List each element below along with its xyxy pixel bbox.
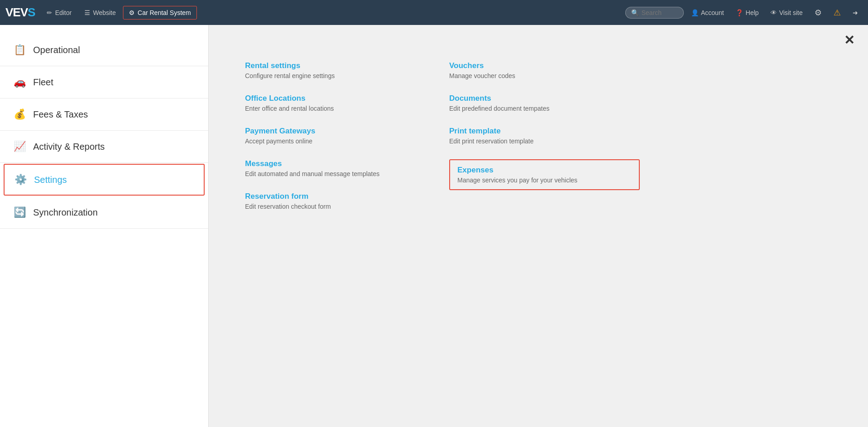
search-input[interactable] bbox=[642, 9, 678, 16]
logo: VEVS bbox=[5, 5, 35, 20]
fees-taxes-label: Fees & Taxes bbox=[33, 109, 88, 120]
reservation-form-desc: Edit reservation checkout form bbox=[245, 203, 436, 210]
settings-icon: ⚙️ bbox=[15, 174, 27, 186]
left-column: Rental settings Configure rental engine … bbox=[245, 52, 449, 234]
menu-item-office-locations[interactable]: Office Locations Enter office and rental… bbox=[245, 94, 436, 112]
signout-button[interactable]: ➜ bbox=[848, 6, 863, 19]
help-icon: ❓ bbox=[736, 9, 743, 16]
nav-right-section: 🔍 👤 Account ❓ Help 👁 Visit site ⚙ ⚠ ➜ bbox=[625, 5, 863, 20]
eye-icon: 👁 bbox=[770, 9, 777, 16]
account-button[interactable]: 👤 Account bbox=[687, 6, 729, 19]
account-label: Account bbox=[701, 9, 724, 16]
menu-item-messages[interactable]: Messages Edit automated and manual messa… bbox=[245, 159, 436, 177]
documents-title[interactable]: Documents bbox=[449, 94, 640, 103]
sidebar: 📋 Operational 🚗 Fleet 💰 Fees & Taxes 📈 A… bbox=[0, 25, 209, 427]
visit-site-label: Visit site bbox=[779, 9, 803, 16]
sidebar-item-synchronization[interactable]: 🔄 Synchronization bbox=[0, 196, 208, 229]
signout-icon: ➜ bbox=[853, 9, 858, 16]
fleet-icon: 🚗 bbox=[14, 76, 26, 88]
website-nav-button[interactable]: ☰ Website bbox=[79, 6, 121, 19]
search-icon: 🔍 bbox=[631, 9, 639, 16]
close-button[interactable]: ✕ bbox=[844, 34, 854, 47]
vouchers-desc: Manage voucher codes bbox=[449, 72, 640, 79]
content-area: ✕ Rental settings Configure rental engin… bbox=[209, 25, 868, 427]
gear-settings-icon: ⚙ bbox=[814, 8, 822, 18]
payment-gateways-title[interactable]: Payment Gateways bbox=[245, 127, 436, 136]
menu-item-payment-gateways[interactable]: Payment Gateways Accept payments online bbox=[245, 127, 436, 145]
editor-nav-button[interactable]: ✏ Editor bbox=[41, 6, 77, 19]
settings-label: Settings bbox=[34, 175, 67, 185]
sidebar-item-fleet[interactable]: 🚗 Fleet bbox=[0, 66, 208, 98]
menu-item-rental-settings[interactable]: Rental settings Configure rental engine … bbox=[245, 61, 436, 79]
sidebar-item-settings[interactable]: ⚙️ Settings bbox=[4, 164, 205, 196]
menu-item-reservation-form[interactable]: Reservation form Edit reservation checko… bbox=[245, 192, 436, 210]
documents-desc: Edit predefined document tempates bbox=[449, 105, 640, 112]
search-box[interactable]: 🔍 bbox=[625, 7, 684, 19]
pencil-icon: ✏ bbox=[47, 9, 52, 16]
main-layout: 📋 Operational 🚗 Fleet 💰 Fees & Taxes 📈 A… bbox=[0, 25, 868, 427]
sidebar-item-operational[interactable]: 📋 Operational bbox=[0, 34, 208, 66]
right-column: Vouchers Manage voucher codes Documents … bbox=[449, 52, 653, 234]
car-rental-label: Car Rental System bbox=[137, 9, 191, 16]
messages-desc: Edit automated and manual message templa… bbox=[245, 170, 436, 177]
menu-item-print-template[interactable]: Print template Edit print reservation te… bbox=[449, 127, 640, 145]
rental-settings-title[interactable]: Rental settings bbox=[245, 61, 436, 70]
visit-site-button[interactable]: 👁 Visit site bbox=[766, 6, 807, 19]
gear-icon: ⚙ bbox=[129, 9, 135, 16]
settings-icon-button[interactable]: ⚙ bbox=[810, 5, 826, 20]
expenses-title[interactable]: Expenses bbox=[457, 166, 632, 175]
rental-settings-desc: Configure rental engine settings bbox=[245, 72, 436, 79]
menu-grid: Rental settings Configure rental engine … bbox=[245, 52, 653, 234]
sidebar-item-activity-reports[interactable]: 📈 Activity & Reports bbox=[0, 131, 208, 163]
payment-gateways-desc: Accept payments online bbox=[245, 137, 436, 145]
messages-title[interactable]: Messages bbox=[245, 159, 436, 168]
sidebar-item-fees-taxes[interactable]: 💰 Fees & Taxes bbox=[0, 98, 208, 131]
fleet-label: Fleet bbox=[33, 77, 53, 88]
sync-icon: 🔄 bbox=[14, 206, 26, 218]
expenses-desc: Manage services you pay for your vehicle… bbox=[457, 177, 632, 184]
help-label: Help bbox=[745, 9, 759, 16]
menu-item-documents[interactable]: Documents Edit predefined document tempa… bbox=[449, 94, 640, 112]
office-locations-title[interactable]: Office Locations bbox=[245, 94, 436, 103]
print-template-title[interactable]: Print template bbox=[449, 127, 640, 136]
car-rental-nav-button[interactable]: ⚙ Car Rental System bbox=[123, 6, 196, 20]
warning-icon-button[interactable]: ⚠ bbox=[829, 5, 845, 20]
top-navigation: VEVS ✏ Editor ☰ Website ⚙ Car Rental Sys… bbox=[0, 0, 868, 25]
print-template-desc: Edit print reservation template bbox=[449, 137, 640, 145]
reservation-form-title[interactable]: Reservation form bbox=[245, 192, 436, 201]
warning-icon: ⚠ bbox=[834, 8, 841, 18]
website-label: Website bbox=[93, 9, 116, 16]
menu-item-vouchers[interactable]: Vouchers Manage voucher codes bbox=[449, 61, 640, 79]
operational-label: Operational bbox=[33, 45, 80, 55]
list-icon: ☰ bbox=[84, 9, 90, 16]
synchronization-label: Synchronization bbox=[33, 207, 98, 218]
vouchers-title[interactable]: Vouchers bbox=[449, 61, 640, 70]
help-button[interactable]: ❓ Help bbox=[731, 6, 763, 19]
activity-reports-label: Activity & Reports bbox=[33, 142, 105, 152]
fees-taxes-icon: 💰 bbox=[14, 108, 26, 120]
office-locations-desc: Enter office and rental locations bbox=[245, 105, 436, 112]
editor-label: Editor bbox=[55, 9, 72, 16]
operational-icon: 📋 bbox=[14, 44, 26, 56]
activity-reports-icon: 📈 bbox=[14, 141, 26, 152]
menu-item-expenses[interactable]: Expenses Manage services you pay for you… bbox=[449, 159, 640, 190]
user-icon: 👤 bbox=[691, 9, 699, 16]
